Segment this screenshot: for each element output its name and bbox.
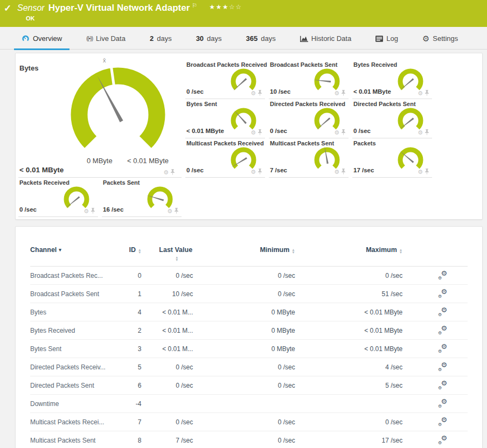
channel-settings-icon[interactable]: ⚙⚙ [438,436,447,445]
sensor-label: Sensor [17,3,45,12]
gauge-cell-packets-received[interactable]: Packets Received 0 /sec ⚙ [18,178,98,217]
tab-label: Overview [33,34,62,43]
pin-icon[interactable] [425,169,429,175]
channel-row-directed-packets-sent[interactable]: Directed Packets Sent 6 0 /sec 0 /sec 5 … [30,376,468,395]
channel-row-bytes-received[interactable]: Bytes Received 2 < 0.01 M... 0 MByte < 0… [30,321,468,340]
channel-row-broadcast-packets-sent[interactable]: Broadcast Packets Sent 1 10 /sec 0 /sec … [30,285,468,303]
gauge-cell-broadcast-packets-sent[interactable]: Broadcast Packets Sent 10 /sec ⚙ [269,60,349,99]
pin-icon[interactable] [174,208,179,214]
pin-icon[interactable] [341,169,346,175]
gauge-cell-bytes-received[interactable]: Bytes Received < 0.01 MByte ⚙ [352,60,432,99]
gauge-cell-packets[interactable]: Packets 17 /sec ⚙ [352,138,432,178]
tab-365-days[interactable]: 365 days [246,27,276,50]
cell-id: 0 [119,272,142,279]
gauge-cell-multicast-packets-sent[interactable]: Multicast Packets Sent 7 /sec ⚙ [269,138,349,178]
flag-icon[interactable]: ⚐ [192,2,197,9]
channel-settings-icon[interactable]: ⚙⚙ [438,271,447,280]
cell-last-value: 7 /sec [141,437,193,444]
gauge-cell-bytes-sent[interactable]: Bytes Sent < 0.01 MByte ⚙ [185,99,265,138]
pin-icon[interactable] [170,169,175,176]
gauge-cell-multicast-packets-received[interactable]: Multicast Packets Received 0 /sec ⚙ [185,138,265,178]
gauge-cell-directed-packets-received[interactable]: Directed Packets Received 0 /sec ⚙ [269,99,349,138]
channel-settings-icon[interactable]: ⚙⚙ [438,326,447,335]
gear-icon[interactable]: ⚙ [251,130,256,136]
cell-channel: Downtime [30,400,119,408]
channel-row-broadcast-packets-rec[interactable]: Broadcast Packets Rec... 0 0 /sec 0 /sec… [30,267,468,285]
column-header-last-value[interactable]: Last Value▲▼ [141,246,193,261]
gauge-cell-directed-packets-sent[interactable]: Directed Packets Sent 0 /sec ⚙ [352,99,432,138]
gear-icon[interactable]: ⚙ [251,169,256,175]
tab-log[interactable]: Log [375,27,398,50]
cell-channel: Bytes Received [30,327,119,334]
cell-maximum: 4 /sec [295,363,402,371]
pin-icon[interactable] [258,90,262,96]
gauge-actions: ⚙ [334,90,346,96]
cell-channel: Bytes [30,309,119,316]
gear-icon[interactable]: ⚙ [84,208,89,214]
pin-icon[interactable] [425,90,429,96]
channel-row-downtime[interactable]: Downtime -4 ⚙⚙ [30,395,468,413]
gear-icon[interactable]: ⚙ [167,208,172,214]
gear-icon[interactable]: ⚙ [418,90,423,96]
channel-row-directed-packets-receiv[interactable]: Directed Packets Receiv... 5 0 /sec 0 /s… [30,358,468,376]
sort-icon: ▲▼ [399,249,402,254]
channel-settings-icon[interactable]: ⚙⚙ [438,418,447,426]
cell-last-value: 10 /sec [141,290,193,298]
tab-settings[interactable]: ⚙ Settings [422,27,458,50]
cell-last-value: 0 /sec [141,382,193,389]
gear-icon[interactable]: ⚙ [334,90,339,96]
gauge-scale-max: < 0.01 MByte [127,157,169,165]
channel-settings-icon[interactable]: ⚙⚙ [438,308,447,317]
gear-icon[interactable]: ⚙ [163,170,169,176]
gauge-title: Bytes Received [353,61,397,68]
channel-row-bytes-sent[interactable]: Bytes Sent 3 < 0.01 M... 0 MByte < 0.01 … [30,340,468,358]
channel-settings-icon[interactable]: ⚙⚙ [438,400,447,408]
pin-icon[interactable] [258,129,262,136]
pin-icon[interactable] [425,129,429,136]
channel-settings-icon[interactable]: ⚙⚙ [438,363,447,372]
gear-icon[interactable]: ⚙ [418,169,423,175]
cell-last-value: < 0.01 M... [141,345,193,353]
column-header-id[interactable]: ID▲▼ [119,246,142,254]
cell-channel: Directed Packets Receiv... [30,363,119,371]
tab-historic-data[interactable]: Historic Data [300,27,351,50]
gauge-value: 0 /sec [186,88,204,95]
pin-icon[interactable] [258,169,262,175]
pin-icon[interactable] [341,129,346,136]
tab-bar: Overview ((•)) Live Data 2 days 30 days … [0,27,487,50]
channel-row-multicast-packets-recei[interactable]: Multicast Packets Recei... 7 0 /sec 0 /s… [30,413,468,431]
gauge-actions: ⚙ [251,129,262,136]
gear-icon[interactable]: ⚙ [418,130,423,136]
cell-id: 4 [119,309,142,316]
column-header-maximum[interactable]: Maximum▲▼ [295,246,402,254]
gauge-actions: ⚙ [418,129,429,136]
column-header-minimum[interactable]: Minimum▲▼ [193,246,295,254]
priority-stars[interactable]: ★★★☆☆ [209,3,242,11]
cell-channel: Broadcast Packets Sent [30,290,119,298]
tab-30-days[interactable]: 30 days [196,27,222,50]
cell-minimum: 0 /sec [193,272,295,279]
gear-icon[interactable]: ⚙ [334,130,339,136]
pin-icon[interactable] [341,90,346,96]
pin-icon[interactable] [91,208,95,214]
gauge-cell-bytes[interactable]: Bytes x̄ 0 MByte < 0.01 MByte < 0.01 MBy… [18,60,182,178]
gauge-cell-packets-sent[interactable]: Packets Sent 16 /sec ⚙ [102,178,182,217]
gear-icon[interactable]: ⚙ [251,90,256,96]
column-header-channel[interactable]: Channel▾ [30,246,119,254]
cell-id: 5 [119,363,142,371]
gauge-cell-broadcast-packets-received[interactable]: Broadcast Packets Received 0 /sec ⚙ [185,60,265,99]
log-icon [375,36,383,42]
channel-settings-icon[interactable]: ⚙⚙ [438,345,447,353]
channel-row-bytes[interactable]: Bytes 4 < 0.01 M... 0 MByte < 0.01 MByte… [30,303,468,321]
tab-overview[interactable]: Overview [22,27,62,50]
gear-icon[interactable]: ⚙ [334,169,339,175]
cell-maximum: 17 /sec [295,437,402,444]
gauge-value: 17 /sec [353,167,374,173]
tab-live-data[interactable]: ((•)) Live Data [86,27,126,50]
channel-settings-icon[interactable]: ⚙⚙ [438,381,447,390]
channel-settings-icon[interactable]: ⚙⚙ [438,290,447,298]
cell-id: 3 [119,345,142,353]
tab-2-days[interactable]: 2 days [150,27,172,50]
gauge-actions: ⚙ [251,90,262,96]
channel-row-multicast-packets-sent[interactable]: Multicast Packets Sent 8 7 /sec 0 /sec 1… [30,431,468,448]
